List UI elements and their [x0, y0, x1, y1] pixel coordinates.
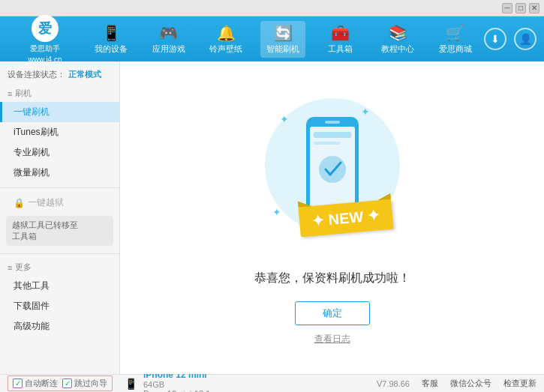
toolbox-label: 工具箱	[328, 43, 353, 55]
lock-icon: 🔒	[14, 198, 25, 208]
goto-log-link[interactable]: 查看日志	[314, 333, 350, 346]
my-device-icon: 📱	[102, 24, 121, 42]
minimize-button[interactable]: ─	[502, 3, 512, 13]
section-flash-title: 刷机	[15, 88, 32, 99]
phone-illustration: ✦ ✦ ✦ ✦ NEW ✦	[257, 91, 407, 256]
confirm-button[interactable]: 确定	[295, 301, 370, 325]
smart-flash-label: 智能刷机	[266, 43, 299, 55]
auto-disconnect-label: 自动断连	[25, 378, 58, 389]
sidebar-item-ipsw-flash[interactable]: 微量刷机	[0, 163, 119, 183]
ipsw-flash-label: 微量刷机	[14, 167, 50, 178]
new-badge-text: ✦ NEW ✦	[311, 207, 380, 229]
check-update-link[interactable]: 检查更新	[503, 378, 536, 389]
nav-items: 📱 我的设备 🎮 应用游戏 🔔 铃声壁纸 🔄 智能刷机 🧰 工具箱 📚 教程中心…	[83, 21, 484, 58]
maximize-button[interactable]: □	[515, 3, 526, 13]
bottom-bar: ✓ 自动断连 ✓ 跳过向导 📱 iPhone 12 mini 64GB Down…	[0, 374, 544, 392]
device-phone-icon: 📱	[125, 378, 137, 390]
pro-flash-label: 专业刷机	[14, 147, 50, 157]
main-area: 设备连接状态： 正常模式 ≡ 刷机 一键刷机 iTunes刷机 专业刷机 微量刷…	[0, 61, 544, 374]
sparkle-3: ✦	[272, 206, 281, 218]
logo-icon: 爱	[32, 15, 59, 42]
sparkle-1: ✦	[280, 113, 289, 125]
section-flash-icon: ≡	[8, 89, 12, 98]
customer-service-link[interactable]: 客服	[422, 378, 438, 389]
tutorials-label: 教程中心	[381, 43, 414, 55]
auto-disconnect-check-icon: ✓	[13, 379, 23, 388]
checkboxes-group: ✓ 自动断连 ✓ 跳过向导	[8, 376, 113, 391]
one-click-flash-label: 一键刷机	[14, 106, 50, 117]
ringtones-label: 铃声壁纸	[209, 43, 242, 55]
section-more-icon: ≡	[8, 263, 12, 272]
download-button[interactable]: ⬇	[484, 28, 506, 50]
sidebar-item-pro-flash[interactable]: 专业刷机	[0, 142, 119, 163]
other-tools-label: 其他工具	[14, 280, 50, 291]
status-bar: 设备连接状态： 正常模式	[0, 66, 119, 85]
nav-my-device[interactable]: 📱 我的设备	[89, 21, 134, 58]
apps-games-icon: 🎮	[159, 24, 178, 42]
skip-wizard-label: 跳过向导	[74, 378, 107, 389]
logo: 爱 爱思助手 www.i4.cn	[8, 15, 83, 64]
toolbox-icon: 🧰	[331, 24, 350, 42]
sidebar-item-one-click-flash[interactable]: 一键刷机	[0, 102, 119, 122]
nav-smart-flash[interactable]: 🔄 智能刷机	[260, 21, 305, 58]
sidebar: 设备连接状态： 正常模式 ≡ 刷机 一键刷机 iTunes刷机 专业刷机 微量刷…	[0, 61, 120, 374]
nav-tutorials[interactable]: 📚 教程中心	[375, 21, 420, 58]
status-value: 正常模式	[68, 69, 101, 80]
smart-flash-icon: 🔄	[274, 24, 293, 42]
version-text: V7.98.66	[377, 379, 410, 388]
skip-wizard-checkbox[interactable]: ✓ 跳过向导	[62, 378, 107, 389]
sidebar-item-itunes-flash[interactable]: iTunes刷机	[0, 122, 119, 142]
svg-point-6	[319, 156, 346, 183]
sidebar-divider-1	[0, 187, 119, 188]
svg-rect-5	[314, 142, 340, 145]
sidebar-item-other-tools[interactable]: 其他工具	[0, 276, 119, 296]
section-jailbreak: 🔒 一键越狱	[0, 193, 119, 213]
content-area: ✦ ✦ ✦ ✦ NEW ✦	[120, 61, 544, 374]
nav-shop[interactable]: 🛒 爱思商城	[433, 21, 478, 58]
user-button[interactable]: 👤	[514, 28, 536, 50]
status-label: 设备连接状态：	[8, 69, 65, 80]
sidebar-item-download-firmware[interactable]: 下载固件	[0, 296, 119, 316]
tutorials-icon: 📚	[389, 24, 407, 42]
skip-wizard-check-icon: ✓	[62, 379, 72, 388]
itunes-flash-label: iTunes刷机	[14, 127, 59, 137]
device-firmware: Down-12mini-13,1	[143, 389, 210, 393]
sidebar-divider-2	[0, 253, 119, 254]
logo-name: 爱思助手	[30, 43, 60, 54]
nav-ringtones[interactable]: 🔔 铃声壁纸	[203, 21, 248, 58]
my-device-label: 我的设备	[95, 43, 128, 55]
navbar: 爱 爱思助手 www.i4.cn 📱 我的设备 🎮 应用游戏 🔔 铃声壁纸 🔄 …	[0, 16, 544, 61]
success-message: 恭喜您，保资料刷机成功啦！	[254, 271, 410, 286]
shop-icon: 🛒	[446, 24, 464, 42]
section-more: ≡ 更多	[0, 259, 119, 276]
section-flash: ≡ 刷机	[0, 85, 119, 102]
section-more-title: 更多	[15, 262, 32, 273]
ringtones-icon: 🔔	[217, 24, 236, 42]
section-jailbreak-title: 一键越狱	[28, 196, 64, 209]
wechat-link[interactable]: 微信公众号	[450, 378, 491, 389]
bottom-right: V7.98.66 客服 微信公众号 检查更新	[377, 378, 536, 389]
device-storage: 64GB	[143, 380, 210, 389]
advanced-label: 高级功能	[14, 321, 50, 331]
auto-disconnect-checkbox[interactable]: ✓ 自动断连	[13, 378, 58, 389]
nav-toolbox[interactable]: 🧰 工具箱	[318, 21, 363, 58]
shop-label: 爱思商城	[439, 43, 472, 55]
apps-games-label: 应用游戏	[152, 43, 185, 55]
download-firmware-label: 下载固件	[14, 301, 50, 311]
sidebar-note: 越狱工具已转移至 工具箱	[6, 216, 113, 246]
nav-apps-games[interactable]: 🎮 应用游戏	[146, 21, 191, 58]
svg-rect-3	[325, 121, 340, 124]
svg-rect-4	[314, 132, 351, 138]
sidebar-item-advanced[interactable]: 高级功能	[0, 316, 119, 337]
close-button[interactable]: ✕	[529, 3, 539, 13]
nav-right: ⬇ 👤	[484, 28, 536, 50]
